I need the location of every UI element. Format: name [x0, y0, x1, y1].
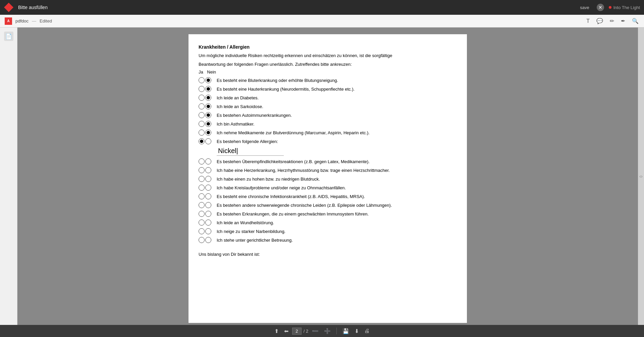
radio-pair: [199, 86, 217, 92]
radio-pair: [199, 167, 217, 173]
ja-label: Ja: [199, 69, 203, 75]
footer-text: Uns bislang von Dir bekannt ist:: [199, 252, 457, 257]
radio-nein[interactable]: [205, 237, 211, 243]
radio-row: Ich habe Kreislaufprobleme und/oder neig…: [199, 184, 457, 191]
section-title: Krankheiten / Allergien: [199, 44, 457, 50]
row-label: Es besteht eine Bluterkrankung oder erhö…: [217, 78, 457, 83]
allergy-input[interactable]: Nickel: [217, 146, 284, 156]
document-area[interactable]: Krankheiten / Allergien Um mögliche indi…: [17, 28, 638, 325]
brand-dot: [609, 6, 611, 9]
intro-line1: Um mögliche individuelle Risiken rechtze…: [199, 52, 457, 59]
current-page[interactable]: 2: [292, 328, 302, 335]
radio-ja[interactable]: [199, 202, 205, 208]
radio-nein[interactable]: [205, 228, 211, 234]
radio-nein[interactable]: [205, 77, 211, 83]
radio-ja[interactable]: [199, 103, 205, 109]
search-tool-button[interactable]: 🔍: [631, 17, 639, 25]
nein-label: Nein: [207, 69, 216, 75]
app-logo: [4, 3, 13, 12]
radio-nein[interactable]: [205, 130, 211, 136]
radio-ja[interactable]: [199, 211, 205, 217]
radio-ja[interactable]: [199, 193, 205, 199]
radio-ja[interactable]: [199, 121, 205, 127]
radio-pair: [199, 228, 217, 234]
radio-nein[interactable]: [205, 193, 211, 199]
row-label: Es besteht eine chronische Infektionskra…: [217, 194, 457, 199]
row-label: Es bestehen Erkrankungen, die zu einem g…: [217, 211, 457, 216]
left-panel: 📄: [0, 28, 17, 325]
radio-pair: [199, 193, 217, 199]
radio-pair: [199, 130, 217, 136]
row-label: Ich habe eine Herzerkrankung, Herzrhythm…: [217, 168, 457, 173]
radio-nein[interactable]: [205, 112, 211, 118]
radio-rows-container: Es besteht eine Bluterkrankung oder erhö…: [199, 77, 457, 145]
row-label: Ich bin Asthmatiker.: [217, 122, 457, 127]
radio-nein[interactable]: [205, 121, 211, 127]
radio-nein[interactable]: [205, 185, 211, 191]
radio-nein[interactable]: [205, 86, 211, 92]
radio-ja[interactable]: [199, 112, 205, 118]
row-label: Ich nehme Medikamente zur Blutverdünnung…: [217, 130, 457, 135]
radio-row: Es bestehen folgende Allergien:: [199, 138, 457, 145]
thumbnail-icon[interactable]: 📄: [4, 32, 13, 41]
intro-line2: Beantwortung der folgenden Fragen unerlä…: [199, 61, 457, 68]
radio-ja[interactable]: [199, 86, 205, 92]
radio-ja[interactable]: [199, 228, 205, 234]
radio-nein[interactable]: [205, 220, 211, 226]
radio-row: Es besteht eine chronische Infektionskra…: [199, 193, 457, 200]
radio-ja[interactable]: [199, 237, 205, 243]
prev-page-button[interactable]: ⬅: [282, 327, 290, 335]
download-button[interactable]: ⬇: [353, 327, 361, 335]
radio-pair: [199, 237, 217, 243]
save-doc-button[interactable]: 💾: [341, 327, 351, 335]
radio-pair: [199, 121, 217, 127]
radio-row: Es bestehen Autoimmunerkrankungen.: [199, 111, 457, 119]
radio-nein[interactable]: [205, 211, 211, 217]
radio-ja[interactable]: [199, 176, 205, 182]
zoom-in-button[interactable]: ➕: [322, 327, 332, 335]
toolbar-divider: [336, 328, 337, 334]
radio-nein[interactable]: [205, 138, 211, 144]
close-button[interactable]: ✕: [597, 4, 604, 11]
row-label: Ich stehe unter gerichtlicher Betreuung.: [217, 238, 457, 243]
toolbar-right: Into The Light: [609, 5, 640, 10]
radio-pair: [199, 158, 217, 164]
radio-ja[interactable]: [199, 167, 205, 173]
row-label: Ich habe einen zu hohen bzw. zu niedrige…: [217, 177, 457, 182]
text-tool-button[interactable]: T: [586, 17, 590, 25]
pen-tool-button[interactable]: ✒: [620, 17, 626, 25]
radio-row: Ich neige zu starker Narbenbildung.: [199, 228, 457, 235]
radio-ja[interactable]: [199, 220, 205, 226]
radio-ja[interactable]: [199, 158, 205, 164]
radio-pair: [199, 103, 217, 109]
row-label: Ich leide an Diabetes.: [217, 95, 457, 100]
radio-ja[interactable]: [199, 95, 205, 101]
brand-label: Into The Light: [609, 5, 640, 10]
allergy-input-row: Nickel: [199, 146, 457, 156]
zoom-out-button[interactable]: ➖: [310, 327, 320, 335]
radio-rows-container2: Es bestehen Überempfindlichkeitsreaktion…: [199, 158, 457, 244]
print-button[interactable]: 🖨: [363, 327, 371, 335]
radio-nein[interactable]: [205, 176, 211, 182]
radio-nein[interactable]: [205, 158, 211, 164]
radio-nein[interactable]: [205, 167, 211, 173]
radio-nein[interactable]: [205, 103, 211, 109]
comment-tool-button[interactable]: 💬: [596, 17, 604, 25]
row-label: Es bestehen folgende Allergien:: [217, 139, 457, 144]
radio-row: Es besteht eine Bluterkrankung oder erhö…: [199, 77, 457, 84]
radio-row: Ich leide an Wundheilstörung.: [199, 219, 457, 226]
radio-row: Ich bin Asthmatiker.: [199, 120, 457, 128]
radio-ja[interactable]: [199, 130, 205, 136]
document-title: Bitte ausfüllen: [18, 5, 573, 10]
radio-ja[interactable]: [199, 185, 205, 191]
ja-nein-header: Ja Nein: [199, 69, 457, 75]
edit-tool-button[interactable]: ✏: [609, 17, 615, 25]
radio-nein[interactable]: [205, 95, 211, 101]
save-button[interactable]: save: [577, 4, 592, 11]
first-page-button[interactable]: ⬆: [273, 327, 280, 335]
file-label: pdfdoc: [15, 18, 29, 23]
radio-nein[interactable]: [205, 202, 211, 208]
radio-ja[interactable]: [199, 138, 205, 144]
radio-ja[interactable]: [199, 77, 205, 83]
right-panel-handle[interactable]: ‹›: [638, 28, 644, 325]
